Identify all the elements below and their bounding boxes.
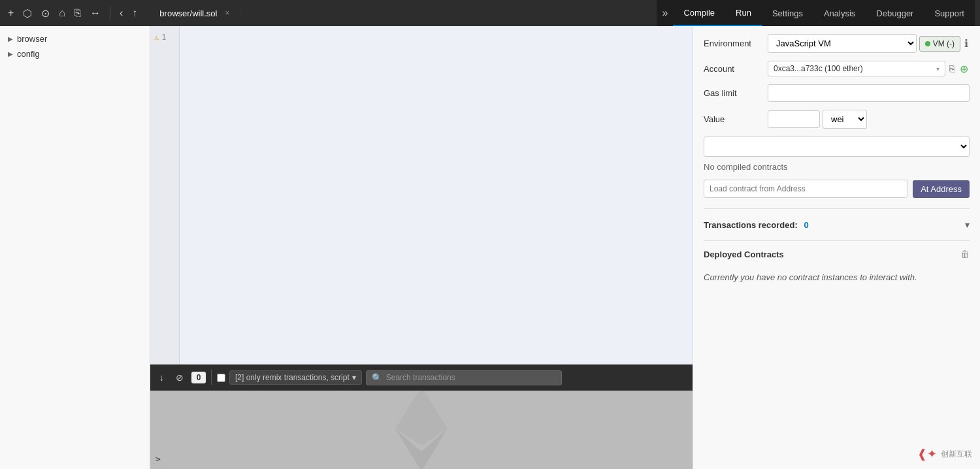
terminal-area[interactable]: > — [150, 391, 693, 469]
tab-support[interactable]: Support — [924, 0, 975, 26]
sidebar-item-label: config — [17, 49, 40, 59]
watermark-logo: ❰✦ — [917, 447, 937, 461]
gas-limit-label: Gas limit — [704, 88, 762, 98]
ethereum-icon[interactable]: ⬡ — [20, 5, 35, 22]
at-address-input[interactable] — [704, 180, 907, 198]
environment-select[interactable]: JavaScript VM — [768, 34, 917, 53]
transactions-title: Transactions recorded: 0 — [704, 220, 809, 230]
contract-select[interactable] — [704, 137, 970, 157]
git-icon[interactable]: ⊙ — [39, 5, 52, 22]
transactions-header[interactable]: Transactions recorded: 0 ▾ — [704, 217, 970, 233]
arrow-icon: ▶ — [8, 50, 13, 57]
contract-select-wrap — [704, 137, 970, 157]
transaction-count-badge: 0 — [191, 372, 206, 383]
value-label: Value — [704, 114, 762, 124]
sidebar-item-browser[interactable]: ▶ browser — [0, 31, 150, 46]
account-control: 0xca3...a733c (100 ether) ▾ ⎘ ⊕ — [768, 61, 970, 76]
value-unit-select[interactable]: wei gwei ether — [823, 110, 867, 129]
deployed-header: Deployed Contracts 🗑 — [704, 249, 970, 259]
value-control: 0 wei gwei ether — [768, 110, 970, 129]
down-arrow-icon[interactable]: ↓ — [155, 370, 168, 385]
vm-badge: VM (-) — [919, 36, 960, 52]
environment-control: JavaScript VM VM (-) ℹ — [768, 34, 970, 53]
gas-limit-row: Gas limit 3000000 — [704, 84, 970, 102]
main-layout: ▶ browser ▶ config ⚠ 1 ↓ ⊘ 0 — [0, 26, 980, 469]
tab-run[interactable]: Run — [725, 0, 762, 26]
account-label: Account — [704, 64, 762, 74]
deployed-title: Deployed Contracts — [704, 250, 784, 259]
tab-debugger[interactable]: Debugger — [866, 0, 924, 26]
right-panel-inner: Environment JavaScript VM VM (-) ℹ Accou… — [693, 26, 980, 295]
tab-close-button[interactable]: × — [225, 8, 229, 18]
transactions-label: Transactions recorded: — [704, 220, 798, 230]
account-value: 0xca3...a733c (100 ether) — [774, 64, 863, 73]
search-icon: 🔍 — [372, 373, 382, 383]
eth-logo — [395, 391, 448, 469]
transactions-section: Transactions recorded: 0 ▾ — [704, 208, 970, 233]
account-display: 0xca3...a733c (100 ether) ▾ — [768, 61, 945, 76]
vm-label: VM (-) — [933, 39, 955, 48]
value-row: Value 0 wei gwei ether — [704, 110, 970, 129]
tab-compile[interactable]: Compile — [673, 0, 725, 26]
add-account-button[interactable]: ⊕ — [958, 61, 970, 76]
bottom-bar: ↓ ⊘ 0 [2] only remix transactions, scrip… — [150, 364, 693, 391]
account-dropdown-icon: ▾ — [936, 65, 939, 73]
no-compiled-text: No compiled contracts — [704, 162, 970, 172]
add-icon[interactable]: + — [5, 5, 16, 22]
terminal-prompt: > — [155, 454, 161, 464]
home-icon[interactable]: ⌂ — [56, 5, 68, 22]
gas-limit-control: 3000000 — [768, 84, 970, 102]
info-button[interactable]: ℹ — [963, 36, 970, 51]
watermark-text: 创新互联 — [941, 449, 972, 460]
tab-analysis[interactable]: Analysis — [813, 0, 866, 26]
line-numbers: ⚠ 1 — [150, 26, 180, 364]
vm-status-dot — [925, 41, 930, 46]
arrow-icon: ▶ — [8, 35, 13, 42]
delete-deployed-icon[interactable]: 🗑 — [960, 249, 970, 259]
value-input[interactable]: 0 — [768, 110, 820, 128]
pin-icon[interactable]: ↑ — [129, 5, 140, 22]
environment-label: Environment — [704, 39, 762, 48]
sidebar-item-config[interactable]: ▶ config — [0, 46, 150, 61]
line-1: ⚠ 1 — [154, 31, 175, 43]
at-address-button[interactable]: At Address — [913, 180, 970, 198]
dropdown-arrow-icon: ▾ — [352, 373, 356, 382]
right-panel: Environment JavaScript VM VM (-) ℹ Accou… — [693, 26, 980, 469]
deployed-section: Deployed Contracts 🗑 Currently you have … — [704, 240, 970, 287]
top-toolbar: + ⬡ ⊙ ⌂ ⎘ ↔ ‹ ↑ browser/will.sol × » Com… — [0, 0, 980, 26]
filter-checkbox[interactable] — [217, 374, 225, 382]
filter-dropdown[interactable]: [2] only remix transactions, script ▾ — [229, 370, 362, 385]
tab-settings[interactable]: Settings — [762, 0, 813, 26]
link-icon[interactable]: ↔ — [88, 5, 103, 22]
copy-icon[interactable]: ⎘ — [72, 5, 84, 22]
nav-tabs: » Compile Run Settings Analysis Debugger… — [657, 0, 975, 26]
active-tab[interactable]: browser/will.sol × — [149, 8, 240, 18]
checkbox-area[interactable] — [217, 374, 225, 382]
search-transactions-input[interactable] — [386, 373, 556, 382]
warning-icon: ⚠ — [154, 31, 159, 43]
sidebar-item-label: browser — [17, 34, 47, 44]
line-number: 1 — [161, 31, 166, 43]
gas-limit-input[interactable]: 3000000 — [768, 84, 970, 102]
transactions-count: 0 — [804, 220, 808, 230]
toolbar-separator — [110, 7, 110, 20]
transactions-chevron-icon: ▾ — [965, 219, 970, 230]
editor-area: ⚠ 1 ↓ ⊘ 0 [2] only remix transactions, s… — [150, 26, 693, 469]
account-row: Account 0xca3...a733c (100 ether) ▾ ⎘ ⊕ — [704, 61, 970, 76]
search-box-wrap: 🔍 — [366, 370, 562, 385]
editor-content: ⚠ 1 — [150, 26, 693, 364]
refresh-icon[interactable]: ⊘ — [172, 370, 188, 385]
sidebar: ▶ browser ▶ config — [0, 26, 150, 469]
copy-account-button[interactable]: ⎘ — [948, 62, 956, 75]
filter-label: [2] only remix transactions, script — [235, 373, 350, 382]
tab-filename: browser/will.sol — [159, 8, 217, 18]
at-address-row: At Address — [704, 180, 970, 198]
divider — [211, 370, 212, 385]
no-instances-text: Currently you have no contract instances… — [704, 267, 970, 287]
back-icon[interactable]: ‹ — [117, 5, 125, 22]
expand-icon[interactable]: » — [657, 7, 673, 19]
environment-row: Environment JavaScript VM VM (-) ℹ — [704, 34, 970, 53]
watermark: ❰✦ 创新互联 — [917, 447, 972, 461]
code-editor[interactable] — [180, 26, 693, 364]
